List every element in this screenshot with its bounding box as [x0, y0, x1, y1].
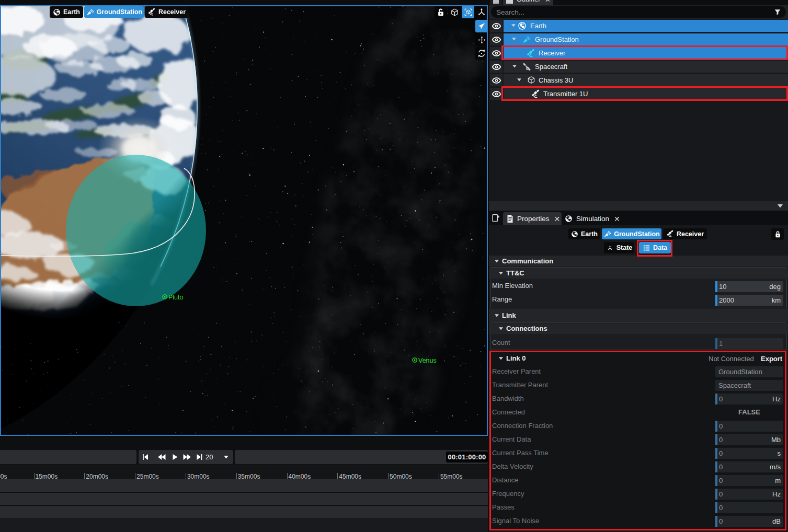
svg-text:Venus: Venus: [418, 357, 437, 364]
svg-text:Pluto: Pluto: [168, 294, 184, 301]
